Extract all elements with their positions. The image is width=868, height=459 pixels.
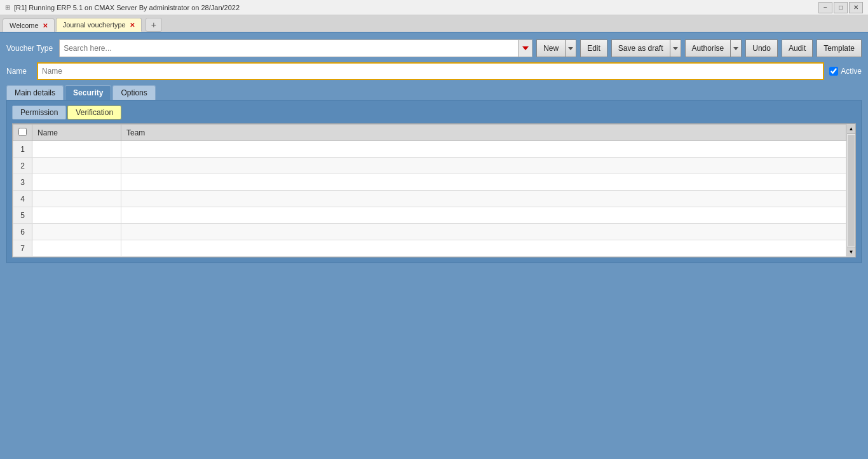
row-2-name [32,158,121,174]
row-1-name [32,141,121,158]
authorise-button[interactable]: Authorise [685,39,731,57]
sub-tab-main[interactable]: Main details [6,85,64,100]
save-dropdown-button[interactable] [670,39,681,57]
tab-welcome[interactable]: Welcome ✕ [3,18,55,32]
name-label: Name [6,67,32,76]
main-content: Voucher Type New Edit Save as draft Auth… [0,33,868,270]
sub-tab-security[interactable]: Security [65,85,111,100]
row-num-4: 4 [13,191,32,207]
tab-journal[interactable]: Journal vouchertype ✕ [56,18,142,32]
table-row: 6 [13,224,855,240]
select-all-checkbox[interactable] [18,128,27,136]
row-6-name [32,224,121,240]
save-as-draft-button[interactable]: Save as draft [611,39,670,57]
row-6-team [121,224,846,240]
table-scrollbar[interactable]: ▲ ▼ [846,124,855,257]
table-header-row: Name Team [13,125,855,141]
close-button[interactable]: ✕ [849,2,863,13]
row-3-name [32,174,121,191]
col-team-header: Team [121,125,846,141]
name-input[interactable] [37,62,824,80]
active-container: Active [829,67,862,76]
save-dropdown-arrow-icon [673,47,678,50]
scroll-thumb [848,135,855,246]
authorise-dropdown-arrow-icon [733,47,738,50]
inner-tab-verification[interactable]: Verification [67,106,121,120]
col-checkbox [13,125,32,141]
row-5-name [32,207,121,224]
row-num-2: 2 [13,158,32,174]
row-4-team [121,191,846,207]
name-row: Name Active [6,62,862,80]
tab-bar: Welcome ✕ Journal vouchertype ✕ + [0,15,868,33]
template-button[interactable]: Template [817,39,862,57]
minimize-button[interactable]: − [818,2,832,13]
window-controls: − □ ✕ [818,2,863,13]
app-icon: ⊞ [5,4,10,11]
row-4-name [32,191,121,207]
active-checkbox[interactable] [829,67,838,76]
table-row: 2 [13,158,855,174]
panel: Main details Security Options Permission… [6,85,862,263]
authorise-dropdown-button[interactable] [730,39,742,57]
dropdown-arrow-icon [522,46,529,50]
sub-tab-options[interactable]: Options [112,85,155,100]
row-2-team [121,158,846,174]
row-num-7: 7 [13,240,32,257]
maximize-button[interactable]: □ [834,2,848,13]
row-3-team [121,174,846,191]
new-button[interactable]: New [536,39,565,57]
new-dropdown-arrow-icon [568,47,573,50]
data-table: Name Team 1 2 [13,124,855,257]
scroll-down-arrow[interactable]: ▼ [847,247,855,257]
search-container [59,39,532,57]
voucher-type-label: Voucher Type [6,44,53,53]
authorise-button-group: Authorise [685,39,742,57]
tab-add-button[interactable]: + [146,18,162,32]
save-as-draft-button-group: Save as draft [611,39,681,57]
scroll-up-arrow[interactable]: ▲ [847,124,855,134]
new-button-group: New [536,39,576,57]
sub-tab-content: Permission Verification Name Team [6,100,862,263]
undo-button[interactable]: Undo [745,39,778,57]
row-1-team [121,141,846,158]
tab-welcome-close[interactable]: ✕ [43,22,48,29]
row-num-1: 1 [13,141,32,158]
audit-button[interactable]: Audit [782,39,813,57]
toolbar: Voucher Type New Edit Save as draft Auth… [6,39,862,57]
title-bar: ⊞ [R1] Running ERP 5.1 on CMAX Server By… [0,0,868,15]
row-num-3: 3 [13,174,32,191]
table-row: 5 [13,207,855,224]
data-table-container: Name Team 1 2 [12,123,856,257]
inner-tabs: Permission Verification [12,106,856,120]
edit-button[interactable]: Edit [580,39,607,57]
row-5-team [121,207,846,224]
row-7-team [121,240,846,257]
search-input[interactable] [60,43,518,54]
row-num-6: 6 [13,224,32,240]
sub-tabs: Main details Security Options [6,85,862,100]
window-title: [R1] Running ERP 5.1 on CMAX Server By a… [14,4,240,11]
inner-tab-permission[interactable]: Permission [12,106,66,120]
row-num-5: 5 [13,207,32,224]
table-row: 4 [13,191,855,207]
col-name-header: Name [32,125,121,141]
search-dropdown-button[interactable] [518,40,532,57]
table-row: 3 [13,174,855,191]
active-label: Active [841,67,862,76]
table-row: 1 [13,141,855,158]
tab-welcome-label: Welcome [10,22,39,29]
tab-journal-label: Journal vouchertype [63,21,126,29]
tab-journal-close[interactable]: ✕ [130,22,135,29]
row-7-name [32,240,121,257]
new-dropdown-button[interactable] [565,39,576,57]
table-row: 7 [13,240,855,257]
